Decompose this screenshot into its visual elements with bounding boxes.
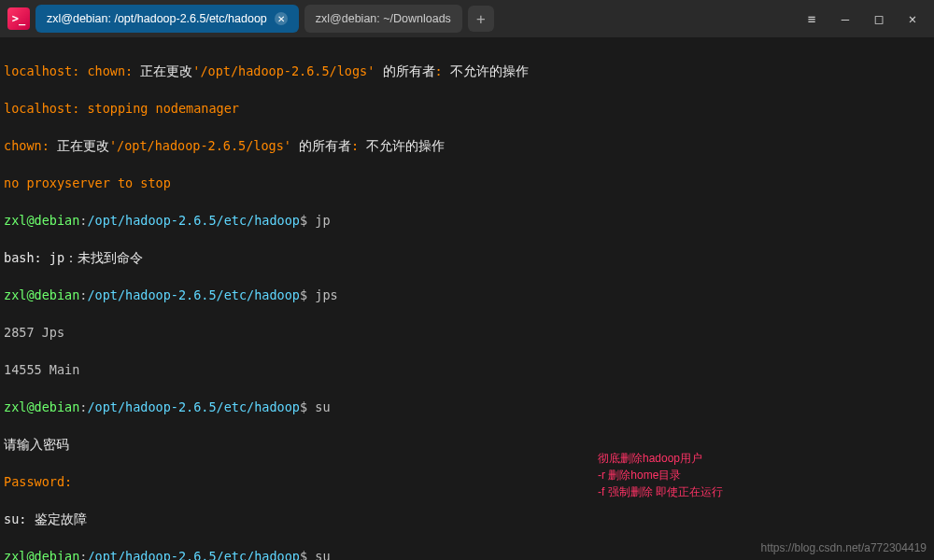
annotation-text: 彻底删除hadoop用户 -r 删除home目录 -f 强制删除 即使正在运行 [598,450,723,500]
output-text: 请输入密码 [4,435,930,454]
output-text: bash: jp：未找到命令 [4,248,930,267]
prompt-line: zxl@debian:/opt/hadoop-2.6.5/etc/hadoop$… [4,398,930,416]
output-text: 2857 Jps [4,323,930,342]
output-text: su: 鉴定故障 [4,510,930,528]
prompt-line: zxl@debian:/opt/hadoop-2.6.5/etc/hadoop$… [4,211,930,230]
output-text: no proxyserver to stop [4,174,930,192]
output-text: 14555 Main [4,360,930,379]
menu-icon[interactable]: ≡ [798,5,826,33]
watermark: https://blog.csdn.net/a772304419 [761,541,927,554]
tab-label: zxl@debian: ~/Downloads [316,12,451,25]
close-tab-icon[interactable]: ✕ [275,12,288,25]
tab-label: zxl@debian: /opt/hadoop-2.6.5/etc/hadoop [47,12,267,25]
output-text: localhost: chown: [4,63,140,78]
terminal-output[interactable]: localhost: chown: 正在更改'/opt/hadoop-2.6.5… [0,37,934,560]
maximize-button[interactable]: □ [865,5,893,33]
output-text: localhost: stopping nodemanager [4,99,930,118]
terminal-app-icon: >_ [7,7,30,30]
output-text: Password: [4,472,930,491]
prompt-line: zxl@debian:/opt/hadoop-2.6.5/etc/hadoop$… [4,286,930,304]
titlebar: >_ zxl@debian: /opt/hadoop-2.6.5/etc/had… [0,0,934,37]
tab-inactive[interactable]: zxl@debian: ~/Downloads [304,5,462,33]
minimize-button[interactable]: — [831,5,859,33]
close-window-button[interactable]: ✕ [899,5,927,33]
new-tab-button[interactable]: + [468,6,494,32]
tab-active[interactable]: zxl@debian: /opt/hadoop-2.6.5/etc/hadoop… [35,5,299,33]
